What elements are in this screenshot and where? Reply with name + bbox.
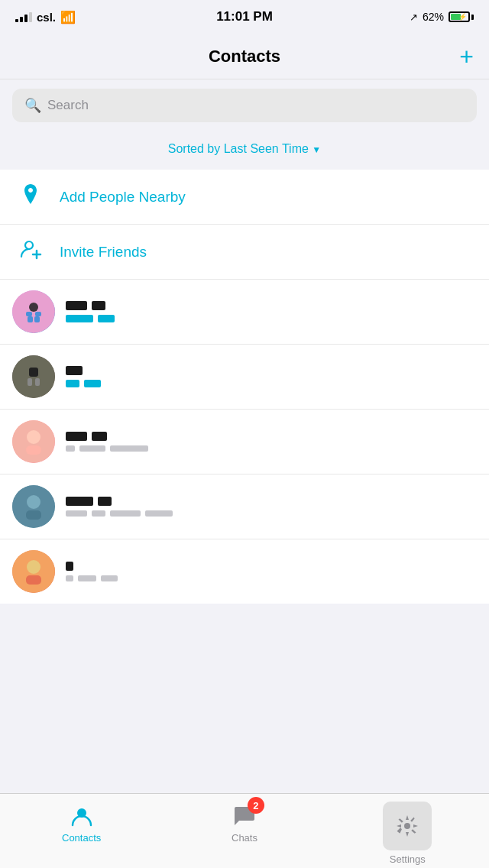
svg-point-0 xyxy=(25,241,33,249)
svg-rect-21 xyxy=(26,575,41,585)
svg-rect-10 xyxy=(29,368,38,377)
settings-tab-label: Settings xyxy=(390,853,426,865)
search-bar[interactable]: 🔍 Search xyxy=(12,89,477,122)
tab-contacts[interactable]: Contacts xyxy=(0,802,163,844)
svg-rect-7 xyxy=(28,316,33,322)
name-block xyxy=(66,366,83,375)
status-right: ↗ 62% ⚡ xyxy=(410,11,474,23)
search-icon: 🔍 xyxy=(24,97,41,114)
signal-bar-2 xyxy=(20,17,23,22)
sort-bar[interactable]: Sorted by Last Seen Time ▼ xyxy=(0,131,489,164)
status-block xyxy=(145,510,173,517)
name-block xyxy=(98,497,112,506)
add-people-nearby-item[interactable]: Add People Nearby xyxy=(0,170,489,225)
status-block xyxy=(66,380,79,387)
signal-bar-3 xyxy=(24,15,28,22)
status-block xyxy=(66,445,75,452)
search-container: 🔍 Search xyxy=(0,79,489,131)
svg-point-23 xyxy=(404,823,410,829)
signal-bars xyxy=(15,11,32,22)
chats-tab-label: Chats xyxy=(232,832,257,844)
contact-info-4 xyxy=(66,497,477,517)
chats-tab-icon: 2 xyxy=(231,802,258,829)
svg-point-17 xyxy=(27,495,40,509)
name-block xyxy=(66,497,93,506)
status-block xyxy=(66,315,93,322)
contacts-tab-icon xyxy=(68,802,96,829)
chats-badge: 2 xyxy=(248,797,264,814)
search-input[interactable]: Search xyxy=(47,98,89,113)
tab-settings[interactable]: Settings xyxy=(326,802,489,865)
svg-rect-15 xyxy=(26,445,41,455)
svg-rect-8 xyxy=(34,316,40,322)
status-block xyxy=(79,445,105,452)
location-icon: ↗ xyxy=(410,11,418,23)
battery-icon: ⚡ xyxy=(449,11,474,22)
svg-rect-12 xyxy=(35,378,40,386)
add-nearby-label: Add People Nearby xyxy=(60,189,186,206)
contact-item-4[interactable] xyxy=(0,474,489,539)
contact-item-2[interactable] xyxy=(0,345,489,410)
name-block xyxy=(66,562,73,571)
status-block xyxy=(92,510,105,517)
name-block xyxy=(92,432,107,441)
sort-chevron-icon: ▼ xyxy=(312,144,321,155)
contact-info-1 xyxy=(66,301,477,322)
location-pin-icon xyxy=(15,182,46,212)
contact-info-3 xyxy=(66,432,477,452)
svg-point-20 xyxy=(27,560,40,574)
status-block xyxy=(110,510,141,517)
action-list: Add People Nearby Invite Friends xyxy=(0,170,489,604)
svg-rect-5 xyxy=(26,312,32,316)
status-left: csl. 📶 xyxy=(15,10,76,24)
wifi-icon: 📶 xyxy=(60,10,76,24)
carrier-label: csl. xyxy=(37,11,56,24)
contact-info-5 xyxy=(66,562,477,581)
name-block xyxy=(66,432,87,441)
svg-rect-4 xyxy=(29,303,38,312)
battery-percent: 62% xyxy=(423,11,444,23)
tab-chats[interactable]: 2 Chats xyxy=(163,802,325,844)
contact-item-5[interactable] xyxy=(0,539,489,604)
status-time: 11:01 PM xyxy=(216,9,273,24)
header: Contacts + xyxy=(0,34,489,79)
svg-rect-11 xyxy=(28,378,32,386)
avatar-3 xyxy=(12,420,55,463)
contact-item-1[interactable] xyxy=(0,280,489,345)
settings-tab-bg xyxy=(383,802,432,850)
add-contact-button[interactable]: + xyxy=(459,44,474,69)
tab-bar: Contacts 2 Chats Settings xyxy=(0,793,489,868)
avatar-4 xyxy=(12,485,55,528)
avatar-2 xyxy=(12,355,55,398)
svg-point-14 xyxy=(27,430,40,444)
signal-bar-4 xyxy=(29,12,32,22)
contacts-tab-label: Contacts xyxy=(62,832,101,844)
page-title: Contacts xyxy=(209,47,280,66)
avatar-5 xyxy=(12,550,55,593)
signal-bar-1 xyxy=(15,19,18,22)
status-block xyxy=(84,380,101,387)
svg-rect-18 xyxy=(26,510,41,520)
avatar-1 xyxy=(12,290,55,333)
status-block xyxy=(110,445,148,452)
status-block xyxy=(66,510,87,517)
svg-rect-6 xyxy=(35,312,41,316)
status-bar: csl. 📶 11:01 PM ↗ 62% ⚡ xyxy=(0,0,489,34)
name-block xyxy=(66,301,87,310)
name-block xyxy=(92,301,105,310)
contact-info-2 xyxy=(66,366,477,387)
sort-label: Sorted by Last Seen Time xyxy=(168,142,309,155)
status-block xyxy=(66,575,73,581)
status-block xyxy=(78,575,96,581)
status-block xyxy=(101,575,118,581)
contact-item-3[interactable] xyxy=(0,410,489,474)
invite-friends-label: Invite Friends xyxy=(60,244,147,261)
invite-friends-icon xyxy=(15,237,46,267)
status-block xyxy=(98,315,115,322)
invite-friends-item[interactable]: Invite Friends xyxy=(0,225,489,280)
